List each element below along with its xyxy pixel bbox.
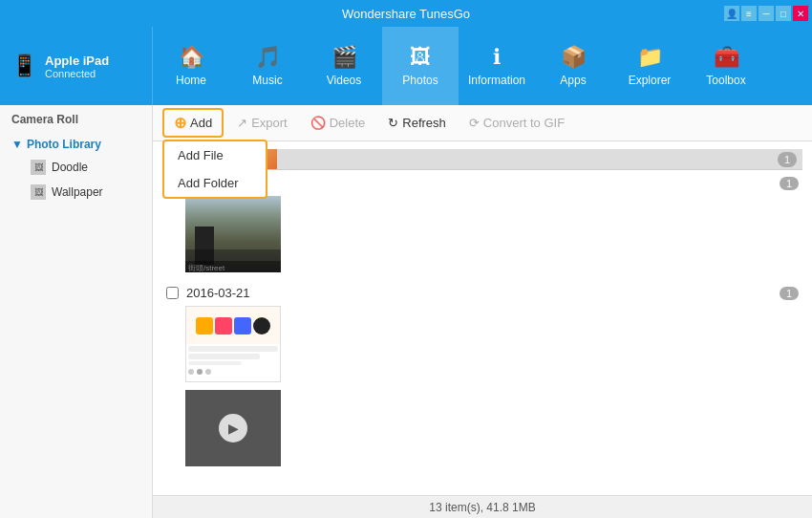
sidebar-item-doodle[interactable]: 🖼 Doodle [15,155,152,180]
nav-photos-label: Photos [402,74,438,87]
device-name: Apple iPad [45,54,109,68]
photos-icon: 🖼 [410,45,431,70]
toolbar: ⊕ Add Add File Add Folder ↗ Export 🚫 Del… [153,105,812,141]
nav-music[interactable]: 🎵 Music [229,27,306,105]
nav-music-label: Music [252,74,282,87]
nav-home[interactable]: 🏠 Home [153,27,229,105]
add-file-item[interactable]: Add File [164,141,266,169]
nav-toolbox[interactable]: 🧰 Toolbox [688,27,764,105]
delete-button[interactable]: 🚫 Delete [301,112,375,134]
nav-photos[interactable]: 🖼 Photos [382,27,459,105]
device-status: Connected [45,68,109,79]
minimize-btn[interactable]: ─ [759,6,774,21]
info-icon: ℹ [493,45,501,70]
top-group-count: 1 [778,152,797,167]
convert-button[interactable]: ⟳ Convert to GIF [459,112,574,134]
video-icon: 🎬 [331,45,357,70]
play-button: ▶ [219,414,247,442]
sidebar-camera-roll[interactable]: Camera Roll [0,105,152,130]
plus-icon: ⊕ [174,114,186,132]
toolbox-icon: 🧰 [714,45,739,70]
app-title: Wondershare TunesGo [342,7,470,21]
device-info: 📱 Apple iPad Connected [0,27,153,105]
add-folder-item[interactable]: Add Folder [164,169,266,197]
nav-home-label: Home [176,74,206,87]
maximize-btn[interactable]: □ [776,6,791,21]
sidebar-photo-library-section[interactable]: ▼ Photo Library [0,130,152,155]
sidebar-wallpaper-label: Wallpaper [52,185,103,199]
chevron-icon: ▼ [11,138,23,151]
export-button[interactable]: ↗ Export [227,112,297,134]
group-count-2: 1 [780,287,799,300]
nav-apps-label: Apps [560,74,586,87]
home-icon: 🏠 [179,45,204,70]
nav-apps[interactable]: 📦 Apps [535,27,611,105]
group-date-2: 2016-03-21 [186,286,250,300]
nav-explorer-label: Explorer [629,74,672,87]
photo-thumb-street[interactable]: 街頭/street [185,196,281,272]
delete-label: Delete [330,116,366,130]
nav-videos-label: Videos [327,74,361,87]
group-count-1: 1 [780,177,799,190]
refresh-label: Refresh [402,116,446,130]
add-label: Add [190,116,212,130]
add-button[interactable]: ⊕ Add [162,108,224,138]
refresh-icon: ↻ [388,116,398,130]
delete-icon: 🚫 [310,116,326,130]
top-nav: 📱 Apple iPad Connected 🏠 Home 🎵 Music 🎬 … [0,27,812,105]
music-icon: 🎵 [255,45,281,70]
nav-information[interactable]: ℹ Information [459,27,535,105]
doodle-thumb-icon: 🖼 [31,160,46,175]
photo-group-3: ▶ [162,390,802,466]
photo-thumb-video[interactable]: ▶ [185,390,281,466]
device-text: Apple iPad Connected [45,54,109,79]
title-bar: Wondershare TunesGo 👤 ≡ ─ □ ✕ [0,0,812,27]
close-btn[interactable]: ✕ [793,6,808,21]
device-icon: 📱 [11,54,37,78]
content-area: ⊕ Add Add File Add Folder ↗ Export 🚫 Del… [153,105,812,518]
sidebar-camera-roll-label: Camera Roll [11,113,78,126]
status-bar: 13 item(s), 41.8 1MB [153,495,812,518]
sidebar: Camera Roll ▼ Photo Library 🖼 Doodle 🖼 W… [0,105,153,518]
status-text: 13 item(s), 41.8 1MB [429,501,535,514]
add-dropdown: Add File Add Folder [162,140,267,199]
sidebar-photo-library-label: Photo Library [27,138,101,151]
nav-items: 🏠 Home 🎵 Music 🎬 Videos 🖼 Photos ℹ Infor… [153,27,812,105]
menu-btn[interactable]: ≡ [741,6,757,21]
window-controls[interactable]: 👤 ≡ ─ □ ✕ [724,6,808,21]
photo-group-2: 2016-03-21 1 [162,280,802,382]
apps-icon: 📦 [561,45,587,70]
photo-thumbs-3: ▶ [162,390,802,466]
nav-explorer[interactable]: 📁 Explorer [611,27,688,105]
nav-info-label: Information [468,74,525,87]
nav-videos[interactable]: 🎬 Videos [306,27,382,105]
photo-thumb-app[interactable] [185,306,281,382]
main-layout: Camera Roll ▼ Photo Library 🖼 Doodle 🖼 W… [0,105,812,518]
export-icon: ↗ [237,116,247,130]
photo-thumbs-2 [162,306,802,382]
convert-icon: ⟳ [469,116,480,130]
convert-label: Convert to GIF [483,116,565,130]
refresh-button[interactable]: ↻ Refresh [378,112,456,134]
user-icon-btn[interactable]: 👤 [724,6,739,21]
explorer-icon: 📁 [637,45,663,70]
sidebar-doodle-label: Doodle [52,161,88,174]
nav-toolbox-label: Toolbox [706,74,745,87]
photo-thumbs-1: 街頭/street [162,196,802,272]
export-label: Export [251,116,288,130]
wallpaper-thumb-icon: 🖼 [31,184,46,200]
group-checkbox-2[interactable] [166,287,179,299]
sidebar-item-wallpaper[interactable]: 🖼 Wallpaper [15,180,152,205]
sidebar-sub-items: 🖼 Doodle 🖼 Wallpaper [0,155,152,205]
photo-group-header-2: 2016-03-21 1 [162,280,802,306]
top-strip-fill [277,149,778,169]
